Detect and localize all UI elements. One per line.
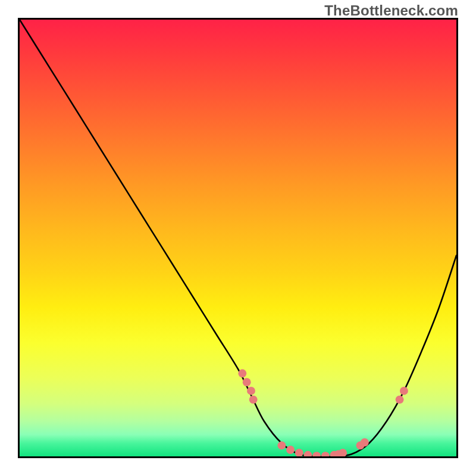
marker-point bbox=[361, 439, 369, 447]
highlight-markers bbox=[238, 369, 408, 456]
curve-svg bbox=[20, 20, 456, 456]
marker-point bbox=[277, 441, 286, 450]
marker-point bbox=[295, 449, 303, 456]
marker-point bbox=[400, 387, 408, 395]
bottleneck-curve-path bbox=[20, 20, 456, 456]
marker-point bbox=[312, 452, 321, 456]
marker-point bbox=[396, 396, 404, 404]
marker-point bbox=[303, 451, 312, 456]
watermark-text: TheBottleneck.com bbox=[324, 2, 458, 19]
marker-point bbox=[321, 452, 330, 456]
marker-point bbox=[243, 378, 251, 386]
chart-container: TheBottleneck.com bbox=[0, 0, 476, 476]
marker-point bbox=[249, 396, 258, 404]
marker-point bbox=[286, 446, 295, 454]
plot-area bbox=[18, 18, 458, 458]
marker-point bbox=[238, 369, 246, 378]
marker-point bbox=[339, 449, 347, 456]
marker-point bbox=[247, 387, 255, 395]
